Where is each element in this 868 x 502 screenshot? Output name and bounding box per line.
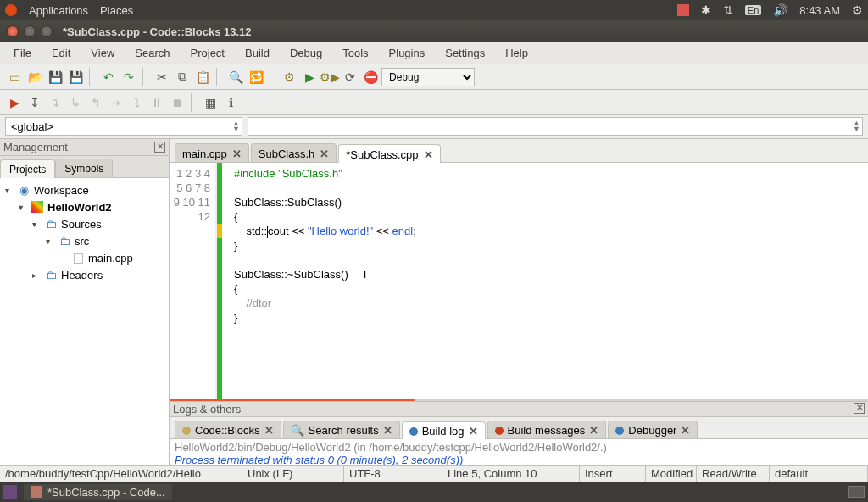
redo-icon[interactable]: ↷ <box>120 68 138 86</box>
folder-icon: 🗀 <box>58 235 71 247</box>
tree-headers[interactable]: ▸🗀Headers <box>2 266 167 283</box>
menu-build[interactable]: Build <box>236 44 278 62</box>
status-insert: Insert <box>580 466 646 482</box>
info-icon[interactable]: ℹ <box>221 93 240 112</box>
bluetooth-icon[interactable]: ✱ <box>701 3 711 17</box>
menu-debug[interactable]: Debug <box>281 44 331 62</box>
management-panel-title: Management <box>3 141 68 153</box>
close-tab-icon[interactable]: ✕ <box>469 425 478 438</box>
step-instr-icon[interactable]: ⤵ <box>127 93 146 112</box>
scope-select[interactable]: <global>▲▼ <box>5 117 242 136</box>
window-maximize-button[interactable] <box>41 25 53 37</box>
window-minimize-button[interactable] <box>24 25 36 37</box>
replace-icon[interactable]: 🔁 <box>247 68 265 86</box>
app-icon <box>31 486 42 498</box>
copy-icon[interactable]: ⧉ <box>173 68 192 86</box>
menu-help[interactable]: Help <box>497 44 537 62</box>
find-icon[interactable]: 🔍 <box>226 68 245 86</box>
run-icon[interactable]: ▶ <box>300 68 319 86</box>
build-log-output[interactable]: HelloWorld2/bin/Debug/HelloWorld2 (in /h… <box>170 439 868 465</box>
status-readwrite: Read/Write <box>697 466 770 482</box>
close-tab-icon[interactable]: ✕ <box>264 424 274 437</box>
tree-project[interactable]: ▾HelloWorld2 <box>2 198 167 215</box>
run-to-cursor-icon[interactable]: ↧ <box>25 93 44 112</box>
close-tab-icon[interactable]: ✕ <box>383 424 392 437</box>
close-panel-icon[interactable]: ✕ <box>154 142 165 153</box>
step-out-icon[interactable]: ↰ <box>86 93 105 112</box>
tab-symbols[interactable]: Symbols <box>55 159 113 177</box>
ubuntu-logo-icon <box>5 4 17 16</box>
close-tab-icon[interactable]: ✕ <box>232 148 242 160</box>
window-title: *SubClass.cpp - Code::Blocks 13.12 <box>63 25 252 38</box>
menu-project[interactable]: Project <box>182 44 233 62</box>
tree-main-cpp[interactable]: main.cpp <box>2 249 167 266</box>
next-line-icon[interactable]: ↴ <box>46 93 64 112</box>
symbol-select[interactable]: ▲▼ <box>248 117 863 136</box>
stop-debug-icon[interactable]: ⏹ <box>168 93 186 112</box>
editor-tab-main[interactable]: main.cpp✕ <box>175 143 249 162</box>
status-modified: Modified <box>646 466 697 482</box>
applications-menu[interactable]: Applications <box>29 4 88 17</box>
volume-icon[interactable]: 🔊 <box>773 3 787 17</box>
network-icon[interactable]: ⇅ <box>723 3 733 17</box>
close-tab-icon[interactable]: ✕ <box>681 424 690 437</box>
show-desktop-icon[interactable] <box>3 485 17 499</box>
folder-icon: 🗀 <box>44 269 58 281</box>
open-file-icon[interactable]: 📂 <box>25 68 44 86</box>
tree-workspace[interactable]: ▾◉Workspace <box>2 181 167 198</box>
tree-sources[interactable]: ▾🗀Sources <box>2 215 167 232</box>
editor-tab-subclass-cpp[interactable]: *SubClass.cpp✕ <box>338 144 440 163</box>
taskbar-item-codeblocks[interactable]: *SubClass.cpp - Code... <box>24 484 172 500</box>
search-icon: 🔍 <box>291 424 304 437</box>
undo-icon[interactable]: ↶ <box>99 68 118 86</box>
log-tab-build-messages[interactable]: Build messages✕ <box>487 421 607 438</box>
debug-windows-icon[interactable]: ▦ <box>201 93 220 112</box>
menu-settings[interactable]: Settings <box>437 44 493 62</box>
modified-line-marker <box>217 224 222 238</box>
tab-projects[interactable]: Projects <box>0 159 55 178</box>
debug-continue-icon[interactable]: ▶ <box>5 93 24 112</box>
editor-tab-subclass-h[interactable]: SubClass.h✕ <box>251 143 337 162</box>
code-editor[interactable]: 1 2 3 4 5 6 7 8 9 10 11 12 #include "Sub… <box>170 163 868 399</box>
close-logs-icon[interactable]: ✕ <box>854 403 865 414</box>
build-run-icon[interactable]: ⚙▶ <box>320 68 339 86</box>
menu-view[interactable]: View <box>82 44 123 62</box>
menu-file[interactable]: File <box>5 44 40 62</box>
abort-icon[interactable]: ⛔ <box>361 68 380 86</box>
log-tab-search[interactable]: 🔍Search results✕ <box>283 421 400 438</box>
rebuild-icon[interactable]: ⟳ <box>341 68 359 86</box>
window-close-button[interactable] <box>7 25 19 37</box>
places-menu[interactable]: Places <box>100 4 133 17</box>
new-file-icon[interactable]: ▭ <box>5 68 24 86</box>
close-tab-icon[interactable]: ✕ <box>424 148 433 161</box>
build-icon[interactable]: ⚙ <box>280 68 298 86</box>
gear-icon[interactable]: ⚙ <box>852 3 863 17</box>
indicator-icon[interactable] <box>677 4 689 16</box>
workspace-icon: ◉ <box>17 184 31 196</box>
tree-src[interactable]: ▾🗀src <box>2 232 167 249</box>
close-tab-icon[interactable]: ✕ <box>320 148 329 160</box>
menu-search[interactable]: Search <box>126 44 178 62</box>
menu-tools[interactable]: Tools <box>334 44 376 62</box>
break-icon[interactable]: ⏸ <box>147 93 166 112</box>
step-into-icon[interactable]: ↳ <box>66 93 85 112</box>
log-icon <box>182 427 191 435</box>
paste-icon[interactable]: 📋 <box>193 68 212 86</box>
cut-icon[interactable]: ✂ <box>153 68 171 86</box>
keyboard-layout-indicator[interactable]: En <box>745 5 761 15</box>
close-tab-icon[interactable]: ✕ <box>589 424 598 437</box>
menu-edit[interactable]: Edit <box>43 44 79 62</box>
log-tab-codeblocks[interactable]: Code::Blocks✕ <box>175 421 281 438</box>
save-all-icon[interactable]: 💾 <box>66 68 85 86</box>
next-instr-icon[interactable]: ⇥ <box>107 93 125 112</box>
build-target-select[interactable]: Debug <box>381 68 475 86</box>
status-eol: Unix (LF) <box>242 466 344 482</box>
clock[interactable]: 8:43 AM <box>799 4 840 17</box>
log-tab-debugger[interactable]: Debugger✕ <box>608 421 698 438</box>
status-bar: /home/buddy/testCpp/HelloWorld2/Hello Un… <box>0 465 868 482</box>
log-icon <box>615 427 624 435</box>
menu-plugins[interactable]: Plugins <box>381 44 434 62</box>
save-icon[interactable]: 💾 <box>46 68 64 86</box>
log-tab-build-log[interactable]: Build log✕ <box>402 421 486 439</box>
workspace-switcher-icon[interactable] <box>848 486 865 498</box>
